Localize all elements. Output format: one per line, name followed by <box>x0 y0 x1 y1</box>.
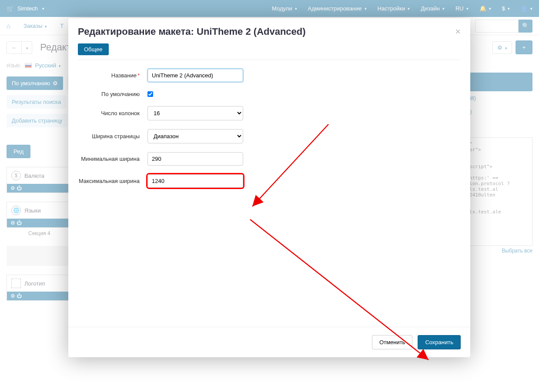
default-checkbox[interactable] <box>147 91 153 97</box>
modal-title: Редактирование макета: UniTheme 2 (Advan… <box>78 26 306 37</box>
label-pagewidth: Ширина страницы <box>78 133 147 140</box>
minwidth-input[interactable] <box>147 152 243 166</box>
label-default: По умолчанию <box>78 91 147 97</box>
label-name: Название* <box>78 72 147 79</box>
cancel-button[interactable]: Отменить <box>372 335 412 349</box>
columns-select[interactable]: 16 <box>147 106 243 120</box>
pagewidth-select[interactable]: Диапазон <box>147 129 243 143</box>
label-minwidth: Минимальная ширина <box>78 156 147 162</box>
label-columns: Число колонок <box>78 110 147 116</box>
close-icon[interactable]: × <box>455 26 461 37</box>
save-button[interactable]: Сохранить <box>418 335 461 349</box>
edit-layout-modal: Редактирование макета: UniTheme 2 (Advan… <box>68 18 470 357</box>
maxwidth-input[interactable] <box>147 174 243 188</box>
label-maxwidth: Максимальная ширина <box>78 178 147 184</box>
tab-general[interactable]: Общее <box>78 43 109 55</box>
name-input[interactable] <box>147 69 243 82</box>
